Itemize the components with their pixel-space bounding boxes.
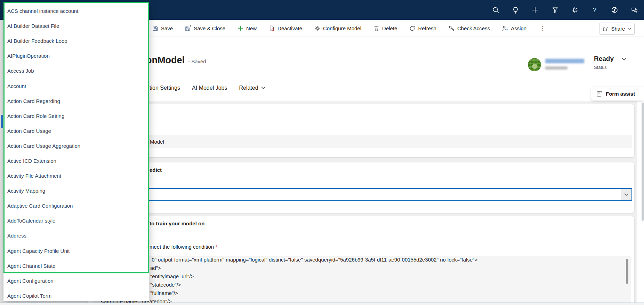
record-title-row: onModel - Saved [146,55,206,66]
list-item[interactable]: AddToCalendar style [3,213,149,228]
chevron-down-icon [261,87,265,89]
code-line: "fullname"/> [150,290,178,296]
left-scrollbar-thumb[interactable] [1,115,3,128]
entity-dropdown-flyout: ACS channel instance account AI Builder … [3,3,149,301]
tab-related[interactable]: Related [239,85,265,91]
key-icon [448,25,455,32]
list-item[interactable]: Action Card Usage [3,123,149,138]
tab-ai-model-jobs[interactable]: AI Model Jobs [192,85,227,91]
list-item[interactable]: Action Card Regarding [3,94,149,109]
share-icon [602,26,609,32]
train-section-heading: to train your model on [150,220,204,226]
fetchxml-editor[interactable] [93,256,631,305]
search-icon[interactable] [491,6,500,14]
add-icon[interactable] [531,6,539,14]
section-card-general [88,104,634,157]
refresh-button[interactable]: Refresh [409,25,436,32]
check-access-button[interactable]: Check Access [448,25,490,32]
list-item[interactable]: Agent Capacity Profile Unit [3,243,149,258]
list-item[interactable]: Action Card Usage Aggregation [3,138,149,153]
list-item[interactable]: Account [3,78,149,93]
chevron-down-icon [628,27,631,30]
owner-name-blurred [545,59,584,63]
sphere-icon[interactable] [610,6,619,14]
assign-person-icon [502,25,508,32]
model-field-row[interactable]: Model [142,135,632,148]
list-item[interactable]: AIPluginOperation [3,48,149,63]
gear-icon[interactable] [571,6,579,14]
status-chevron-icon[interactable] [622,58,627,61]
save-status: - Saved [188,58,206,64]
list-item[interactable]: AI Builder Feedback Loop [3,33,149,48]
feedback-chat-icon[interactable] [630,6,638,14]
entity-combobox[interactable] [143,188,632,201]
section-card-predict [88,162,634,213]
save-icon [152,25,159,32]
code-line: .0" output-format="xml-platform" mapping… [150,257,477,263]
form-tabs: tion Settings AI Model Jobs Related [150,85,265,91]
save-and-close-button[interactable]: Save & Close [185,25,225,32]
share-button[interactable]: Share [599,23,635,35]
bottom-scrollbar-track[interactable] [0,303,644,305]
list-item[interactable]: Active ICD Extension [3,153,149,168]
assign-button[interactable]: Assign [502,25,526,32]
list-item[interactable]: Address [3,228,149,243]
list-item[interactable]: Action Card Role Setting [3,109,149,123]
code-line: "statecode"/> [150,282,181,288]
page-scrollbar-thumb[interactable] [642,103,644,221]
required-asterisk: * [215,244,217,250]
tab-prediction-settings[interactable]: tion Settings [150,85,180,91]
code-line: ad"> [150,265,161,271]
condition-label: meet the following condition* [150,244,217,250]
list-item[interactable]: ACS channel instance account [3,3,149,18]
page-title: onModel [146,55,185,66]
deactivate-icon [268,25,275,32]
list-item[interactable]: AI Builder Dataset File [3,18,149,33]
list-item[interactable]: Activity Mapping [3,183,149,198]
refresh-icon [409,25,416,32]
lightbulb-icon[interactable] [511,6,520,14]
header-divider [589,52,589,74]
delete-button[interactable]: Delete [373,25,397,32]
configure-model-button[interactable]: Configure Model [314,25,361,32]
combobox-chevron-button[interactable] [621,189,631,200]
code-line: "entityimage_url"/> [150,273,194,279]
new-button[interactable]: New [237,25,257,32]
predict-section-heading: edict [150,167,162,173]
configure-model-icon [314,25,321,32]
form-assist-button[interactable]: Form assist [591,87,644,101]
save-button[interactable]: Save [152,25,173,32]
list-item[interactable]: Activity File Attachment [3,168,149,183]
chevron-down-icon [624,193,628,196]
list-item[interactable]: Agent Copilot Term [3,288,149,301]
save-close-icon [185,25,191,32]
fetchxml-scrollbar-thumb[interactable] [626,259,628,284]
trash-icon [373,25,380,32]
list-item[interactable]: Adaptive Card Configuration [3,198,149,213]
status-label: Status [594,65,607,70]
app-window: ? Save Save & Close New Deactivate [0,0,644,305]
filter-icon[interactable] [551,6,559,14]
list-item[interactable]: Agent Channel State [3,258,149,273]
deactivate-button[interactable]: Deactivate [268,25,302,32]
command-overflow-button[interactable]: ⋮ [538,25,547,32]
owner-subtitle-blurred [545,66,567,70]
form-assist-icon [596,90,603,97]
help-icon[interactable]: ? [590,6,599,14]
status-value: Ready [594,55,614,63]
list-item[interactable]: Agent Configuration [3,273,149,288]
new-plus-icon [237,25,244,32]
left-scroll-strip [0,20,3,305]
owner-avatar[interactable] [528,58,541,71]
list-item[interactable]: Access Job [3,63,149,78]
